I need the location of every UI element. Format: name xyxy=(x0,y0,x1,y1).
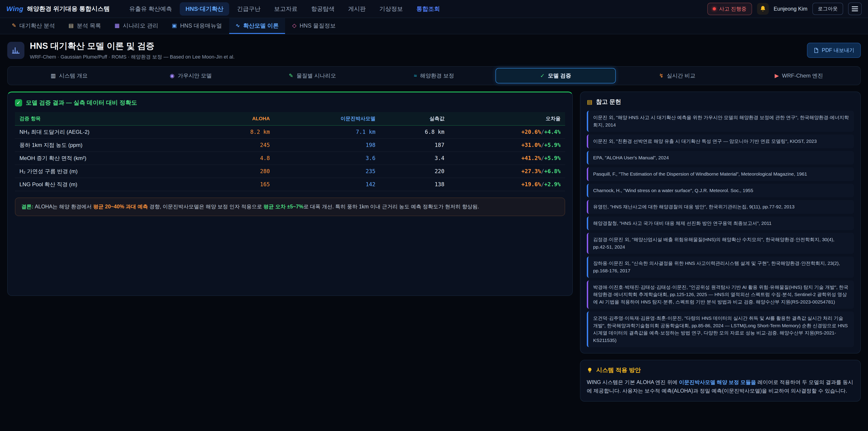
view-tab[interactable]: ▶ WRF-Chem 엔진 xyxy=(739,68,859,83)
text-segment: WING 시스템은 기본 ALOHA 엔진 위에 xyxy=(587,379,679,385)
subnav-item-label: 확산모델 이론 xyxy=(243,22,279,29)
view-tab-icon: ▥ xyxy=(51,73,56,79)
lee-model-value: 235 xyxy=(274,165,380,178)
application-panel: 시스템 적용 방안 WING 시스템은 기본 ALOHA 엔진 위에 이문진박사… xyxy=(580,360,861,402)
view-tab-icon: ✎ xyxy=(289,73,293,79)
text-segment: 평균 오차 ±5~7% xyxy=(264,204,304,210)
view-tab[interactable]: ✎ 물질별 시나리오 xyxy=(252,68,373,83)
logout-button[interactable]: 로그아웃 xyxy=(812,3,843,15)
pdf-export-button[interactable]: PDF 내보내기 xyxy=(807,43,861,58)
column-lee-model: 이문진박사모델 xyxy=(274,112,380,125)
text-segment: ALOHA는 해양 환경에서 xyxy=(33,204,93,210)
error-rate: +19.6%/+2.9% xyxy=(449,178,565,191)
column-item: 검증 항목 xyxy=(15,112,205,125)
nav-item[interactable]: 게시판 xyxy=(342,2,372,16)
view-tab[interactable]: ✓ 모델 검증 xyxy=(495,68,616,83)
reference-item: 이문진 외, "친환경 선박연료 해양 유출 시 대기확산 특성 연구 — 암모… xyxy=(587,134,854,148)
lee-model-error: +5.9% xyxy=(544,155,561,161)
view-tab[interactable]: ≈ 해양환경 보정 xyxy=(374,68,494,83)
validation-title-text: 모델 검증 결과 — 실측 데이터 대비 정확도 xyxy=(26,99,137,107)
application-panel-title: 시스템 적용 방안 xyxy=(587,366,854,374)
reference-item: 오건덕·김주영·이득재·김윤영·최훈·이문진, "다량의 HNS 데이터의 실시… xyxy=(587,311,854,347)
alert-dot-icon xyxy=(713,7,716,10)
view-tab-label: 해양환경 보정 xyxy=(420,72,454,79)
nav-item[interactable]: 통합조회 xyxy=(410,2,446,16)
lee-model-error: +4.4% xyxy=(544,129,561,135)
subnav-item[interactable]: ▣ HNS 대응매뉴얼 xyxy=(165,18,228,34)
view-tab-label: WRF-Chem 엔진 xyxy=(782,72,823,79)
view-tab-icon: ◉ xyxy=(170,73,175,79)
nav-item[interactable]: 항공탐색 xyxy=(305,2,340,16)
subnav-item-label: HNS 대응매뉴얼 xyxy=(180,22,222,29)
error-rate: +31.0%/+5.9% xyxy=(449,138,565,152)
validation-panel: ✓ 모델 검증 결과 — 실측 데이터 대비 정확도 검증 항목 ALOHA 이… xyxy=(7,92,573,296)
view-tab[interactable]: ◉ 가우시안 모델 xyxy=(131,68,251,83)
lee-model-error: +6.8% xyxy=(544,168,561,175)
app-title: 해양환경 위기대응 통합시스템 xyxy=(27,5,110,13)
error-separator: / xyxy=(541,155,544,161)
references-title-text: 참고 문헌 xyxy=(596,98,621,106)
aloha-value: 280 xyxy=(205,165,274,178)
aloha-value: 8.2 km xyxy=(205,125,274,138)
nav-item[interactable]: 기상정보 xyxy=(373,2,409,16)
text-segment: 이문진박사모델 해양 보정 모듈을 xyxy=(679,379,756,385)
error-rate: +27.3%/+6.8% xyxy=(449,165,565,178)
view-tab[interactable]: ↯ 실시간 비교 xyxy=(617,68,737,83)
references-panel: ▤ 참고 문헌 이문진 외, "해양 HNS 사고 시 대기확산 예측을 위한 … xyxy=(580,92,861,353)
page-subtitle: WRF-Chem · Gaussian Plume/Puff · ROMS · … xyxy=(30,54,235,60)
nav-item[interactable]: 보고자료 xyxy=(268,2,303,16)
subnav-item[interactable]: ▦ 시나리오 관리 xyxy=(108,18,165,34)
nav-item[interactable]: 유출유 확산예측 xyxy=(123,2,178,16)
lee-model-value: 142 xyxy=(274,178,380,191)
reference-item: Charnock, H., "Wind stress on a water su… xyxy=(587,184,854,197)
validation-table-body: NH₃ 최대 도달거리 (AEGL-2) 8.2 km 7.1 km 6.8 k… xyxy=(15,125,565,191)
aloha-value: 4.8 xyxy=(205,152,274,165)
pdf-export-label: PDF 내보내기 xyxy=(822,47,855,54)
references-panel-title: ▤ 참고 문헌 xyxy=(587,98,854,106)
subnav-item[interactable]: ▤ 분석 목록 xyxy=(62,18,107,34)
table-row: LNG Pool 확산 직경 (m) 165 142 138 +19.6%/+2… xyxy=(15,178,565,191)
measured-value: 6.8 km xyxy=(380,125,449,138)
incident-status-badge[interactable]: 사고 진행중 xyxy=(707,3,752,15)
chart-icon xyxy=(7,42,24,59)
column-aloha: ALOHA xyxy=(205,112,274,125)
subnav-item[interactable]: ◇ HNS 물질정보 xyxy=(286,18,342,34)
page-title: HNS 대기확산 모델 이론 및 검증 xyxy=(30,40,235,52)
nav-item[interactable]: HNS·대기확산 xyxy=(180,2,229,16)
page-header: HNS 대기확산 모델 이론 및 검증 WRF-Chem · Gaussian … xyxy=(0,34,868,65)
reference-item: 장하용·이문진 외, "신속한 의사결정을 위한 HNS 사고이력관리시스템 설… xyxy=(587,256,854,278)
reference-item: 이문진 외, "해양 HNS 사고 시 대기확산 예측을 위한 가우시안 모델의… xyxy=(587,111,854,132)
measured-value: 138 xyxy=(380,178,449,191)
view-tab-label: 실시간 비교 xyxy=(667,72,695,79)
page-header-text: HNS 대기확산 모델 이론 및 검증 WRF-Chem · Gaussian … xyxy=(30,40,235,60)
table-row: 풍하 1km 지점 농도 (ppm) 245 198 187 +31.0%/+5… xyxy=(15,138,565,152)
column-measured: 실측값 xyxy=(380,112,449,125)
subnav-item-icon: ✎ xyxy=(12,23,16,28)
nav-item[interactable]: 긴급구난 xyxy=(231,2,266,16)
subnav-item[interactable]: ✎ 대기확산 분석 xyxy=(5,18,61,34)
main-content: ✓ 모델 검증 결과 — 실측 데이터 대비 정확도 검증 항목 ALOHA 이… xyxy=(0,92,868,402)
view-tab[interactable]: ▥ 시스템 개요 xyxy=(9,68,129,83)
lee-model-error: +2.9% xyxy=(544,181,561,188)
subnav-item[interactable]: ∿ 확산모델 이론 xyxy=(229,18,285,34)
view-tab-label: 물질별 시나리오 xyxy=(297,72,336,79)
measured-value: 220 xyxy=(380,165,449,178)
user-name: Eunjeong Kim xyxy=(774,6,807,12)
aloha-error: +20.6% xyxy=(522,129,541,135)
hamburger-icon xyxy=(852,6,858,11)
subnav-item-label: 대기확산 분석 xyxy=(20,22,55,29)
validation-table-header: 검증 항목 ALOHA 이문진박사모델 실측값 오차율 xyxy=(15,112,565,125)
brand[interactable]: Wing 해양환경 위기대응 통합시스템 xyxy=(6,5,110,13)
subnav-item-icon: ▣ xyxy=(172,23,177,28)
view-tab-icon: ≈ xyxy=(414,73,417,79)
reference-item: 해양경찰청, "HNS 사고 국가 대비 대응 체제 선진화 방안 연구용역 최… xyxy=(587,217,854,230)
lee-model-value: 198 xyxy=(274,138,380,152)
right-column: ▤ 참고 문헌 이문진 외, "해양 HNS 사고 시 대기확산 예측을 위한 … xyxy=(580,92,861,402)
aloha-error: +31.0% xyxy=(522,142,541,148)
subnav-item-label: 시나리오 관리 xyxy=(123,22,158,29)
measured-value: 3.4 xyxy=(380,152,449,165)
notification-bell-icon[interactable] xyxy=(757,3,769,15)
text-segment: 경향, 이문진박사모델은 해양 보정 인자 적용으로 xyxy=(148,204,264,210)
menu-button[interactable] xyxy=(848,2,862,15)
conclusion-note: 결론: ALOHA는 해양 환경에서 평균 20~40% 과대 예측 경향, 이… xyxy=(15,197,565,216)
